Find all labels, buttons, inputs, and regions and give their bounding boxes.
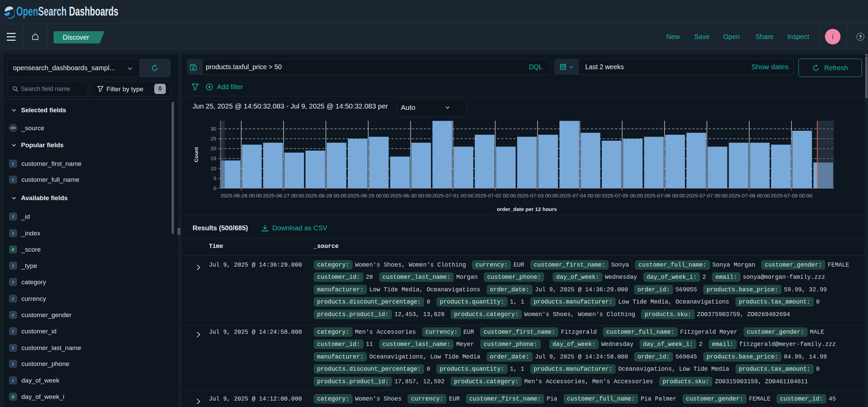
svg-text:2025-07-03 00:00: 2025-07-03 00:00 (517, 193, 558, 198)
svg-text:25: 25 (211, 136, 216, 141)
svg-text:2025-07-05 00:00: 2025-07-05 00:00 (601, 193, 643, 198)
svg-text:20: 20 (211, 146, 217, 151)
svg-text:5: 5 (213, 175, 216, 181)
svg-text:2025-07-01 00:00: 2025-07-01 00:00 (432, 193, 474, 198)
svg-text:2025-07-09 00:00: 2025-07-09 00:00 (771, 193, 812, 198)
svg-text:2025-06-29 00:00: 2025-06-29 00:00 (348, 193, 389, 198)
svg-text:30: 30 (211, 126, 217, 132)
svg-text:2025-06-30 00:00: 2025-06-30 00:00 (390, 193, 432, 198)
svg-text:Count: Count (193, 147, 199, 162)
svg-text:2025-07-04 00:00: 2025-07-04 00:00 (559, 193, 601, 198)
svg-text:0: 0 (213, 185, 216, 191)
svg-text:2025-07-07 00:00: 2025-07-07 00:00 (686, 193, 728, 198)
svg-text:2025-07-02 00:00: 2025-07-02 00:00 (474, 193, 516, 198)
svg-text:2025-07-06 00:00: 2025-07-06 00:00 (644, 193, 686, 198)
svg-text:order_date per 12 hours: order_date per 12 hours (497, 206, 557, 212)
svg-text:15: 15 (211, 155, 216, 161)
svg-text:2025-06-28 00:00: 2025-06-28 00:00 (305, 193, 347, 198)
svg-text:2025-06-27 00:00: 2025-06-27 00:00 (263, 193, 304, 198)
svg-text:2025-06-26 00:00: 2025-06-26 00:00 (220, 193, 262, 198)
svg-text:10: 10 (211, 166, 217, 171)
svg-text:2025-07-08 00:00: 2025-07-08 00:00 (728, 193, 770, 198)
